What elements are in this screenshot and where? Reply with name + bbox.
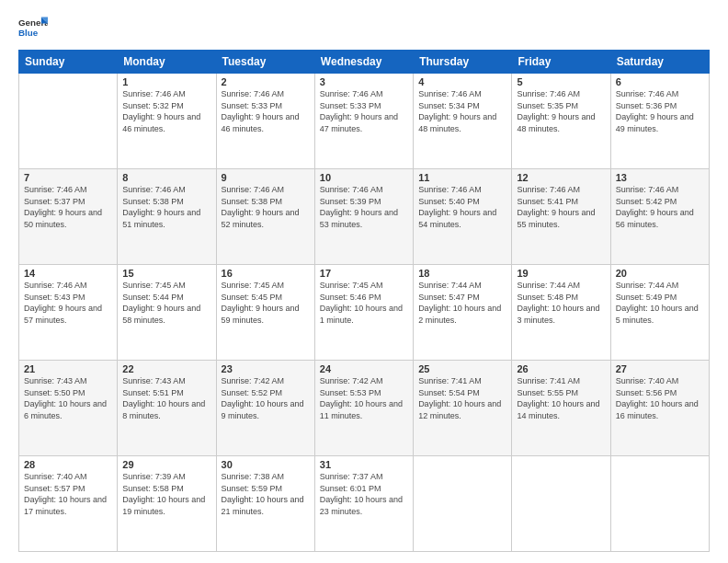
day-number: 12 — [517, 172, 605, 183]
day-number: 19 — [517, 268, 605, 279]
calendar-cell: 14Sunrise: 7:46 AMSunset: 5:43 PMDayligh… — [19, 265, 118, 361]
calendar-week-row: 21Sunrise: 7:43 AMSunset: 5:50 PMDayligh… — [19, 361, 710, 456]
day-number: 4 — [418, 76, 506, 87]
day-info: Sunrise: 7:46 AMSunset: 5:42 PMDaylight:… — [616, 184, 704, 230]
calendar-cell: 28Sunrise: 7:40 AMSunset: 5:57 PMDayligh… — [19, 456, 118, 552]
day-info: Sunrise: 7:41 AMSunset: 5:55 PMDaylight:… — [517, 375, 605, 421]
calendar-cell: 20Sunrise: 7:44 AMSunset: 5:49 PMDayligh… — [610, 265, 709, 361]
calendar-week-row: 28Sunrise: 7:40 AMSunset: 5:57 PMDayligh… — [19, 456, 710, 552]
calendar-page: General Blue SundayMondayTuesdayWednesda… — [0, 0, 728, 563]
day-number: 1 — [122, 76, 210, 87]
day-info: Sunrise: 7:46 AMSunset: 5:35 PMDaylight:… — [517, 88, 605, 134]
weekday-header: Wednesday — [314, 51, 413, 74]
calendar-cell: 23Sunrise: 7:42 AMSunset: 5:52 PMDayligh… — [216, 361, 314, 456]
day-info: Sunrise: 7:43 AMSunset: 5:50 PMDaylight:… — [24, 375, 112, 421]
day-number: 28 — [24, 459, 112, 470]
day-info: Sunrise: 7:46 AMSunset: 5:38 PMDaylight:… — [222, 184, 310, 230]
calendar-cell — [610, 456, 709, 552]
weekday-header: Thursday — [414, 51, 512, 74]
calendar-cell: 30Sunrise: 7:38 AMSunset: 5:59 PMDayligh… — [216, 456, 314, 552]
day-number: 21 — [24, 363, 112, 374]
day-number: 3 — [320, 76, 408, 87]
calendar-cell: 11Sunrise: 7:46 AMSunset: 5:40 PMDayligh… — [414, 169, 512, 265]
day-info: Sunrise: 7:46 AMSunset: 5:33 PMDaylight:… — [222, 88, 310, 134]
day-info: Sunrise: 7:46 AMSunset: 5:41 PMDaylight:… — [517, 184, 605, 230]
day-info: Sunrise: 7:44 AMSunset: 5:47 PMDaylight:… — [418, 280, 506, 326]
day-number: 29 — [122, 459, 210, 470]
svg-text:Blue: Blue — [18, 28, 39, 38]
calendar-cell: 29Sunrise: 7:39 AMSunset: 5:58 PMDayligh… — [118, 456, 216, 552]
calendar-week-row: 1Sunrise: 7:46 AMSunset: 5:32 PMDaylight… — [19, 74, 710, 169]
day-number: 31 — [320, 459, 408, 470]
day-info: Sunrise: 7:46 AMSunset: 5:39 PMDaylight:… — [320, 184, 408, 230]
day-info: Sunrise: 7:46 AMSunset: 5:43 PMDaylight:… — [24, 280, 112, 326]
calendar-cell — [19, 74, 118, 169]
day-info: Sunrise: 7:46 AMSunset: 5:34 PMDaylight:… — [418, 88, 506, 134]
day-number: 17 — [320, 268, 408, 279]
day-number: 6 — [616, 76, 704, 87]
day-info: Sunrise: 7:46 AMSunset: 5:37 PMDaylight:… — [24, 184, 112, 230]
day-info: Sunrise: 7:42 AMSunset: 5:52 PMDaylight:… — [222, 375, 310, 421]
weekday-header: Monday — [118, 51, 216, 74]
calendar-cell: 26Sunrise: 7:41 AMSunset: 5:55 PMDayligh… — [512, 361, 610, 456]
calendar-cell: 2Sunrise: 7:46 AMSunset: 5:33 PMDaylight… — [216, 74, 314, 169]
day-number: 23 — [222, 363, 310, 374]
day-info: Sunrise: 7:42 AMSunset: 5:53 PMDaylight:… — [320, 375, 408, 421]
calendar-cell: 7Sunrise: 7:46 AMSunset: 5:37 PMDaylight… — [19, 169, 118, 265]
day-info: Sunrise: 7:43 AMSunset: 5:51 PMDaylight:… — [122, 375, 210, 421]
day-number: 20 — [616, 268, 704, 279]
calendar-cell: 22Sunrise: 7:43 AMSunset: 5:51 PMDayligh… — [118, 361, 216, 456]
calendar-cell: 10Sunrise: 7:46 AMSunset: 5:39 PMDayligh… — [314, 169, 413, 265]
day-info: Sunrise: 7:44 AMSunset: 5:48 PMDaylight:… — [517, 280, 605, 326]
day-info: Sunrise: 7:40 AMSunset: 5:56 PMDaylight:… — [616, 375, 704, 421]
day-number: 10 — [320, 172, 408, 183]
day-info: Sunrise: 7:39 AMSunset: 5:58 PMDaylight:… — [122, 471, 210, 517]
day-number: 24 — [320, 363, 408, 374]
day-info: Sunrise: 7:46 AMSunset: 5:36 PMDaylight:… — [616, 88, 704, 134]
weekday-header: Friday — [512, 51, 610, 74]
day-info: Sunrise: 7:46 AMSunset: 5:38 PMDaylight:… — [122, 184, 210, 230]
day-number: 26 — [517, 363, 605, 374]
calendar-cell: 31Sunrise: 7:37 AMSunset: 6:01 PMDayligh… — [314, 456, 413, 552]
calendar-cell: 24Sunrise: 7:42 AMSunset: 5:53 PMDayligh… — [314, 361, 413, 456]
day-info: Sunrise: 7:46 AMSunset: 5:33 PMDaylight:… — [320, 88, 408, 134]
calendar-table: SundayMondayTuesdayWednesdayThursdayFrid… — [18, 50, 710, 552]
day-number: 7 — [24, 172, 112, 183]
day-number: 11 — [418, 172, 506, 183]
day-number: 9 — [222, 172, 310, 183]
day-number: 30 — [222, 459, 310, 470]
day-number: 16 — [222, 268, 310, 279]
weekday-header: Tuesday — [216, 51, 314, 74]
calendar-cell — [414, 456, 512, 552]
day-number: 2 — [222, 76, 310, 87]
calendar-cell: 4Sunrise: 7:46 AMSunset: 5:34 PMDaylight… — [414, 74, 512, 169]
calendar-cell — [512, 456, 610, 552]
calendar-cell: 17Sunrise: 7:45 AMSunset: 5:46 PMDayligh… — [314, 265, 413, 361]
calendar-cell: 18Sunrise: 7:44 AMSunset: 5:47 PMDayligh… — [414, 265, 512, 361]
day-info: Sunrise: 7:45 AMSunset: 5:44 PMDaylight:… — [122, 280, 210, 326]
weekday-header: Saturday — [610, 51, 709, 74]
day-number: 5 — [517, 76, 605, 87]
day-info: Sunrise: 7:45 AMSunset: 5:46 PMDaylight:… — [320, 280, 408, 326]
day-number: 25 — [418, 363, 506, 374]
calendar-cell: 6Sunrise: 7:46 AMSunset: 5:36 PMDaylight… — [610, 74, 709, 169]
day-number: 18 — [418, 268, 506, 279]
day-info: Sunrise: 7:37 AMSunset: 6:01 PMDaylight:… — [320, 471, 408, 517]
day-info: Sunrise: 7:46 AMSunset: 5:32 PMDaylight:… — [122, 88, 210, 134]
day-info: Sunrise: 7:46 AMSunset: 5:40 PMDaylight:… — [418, 184, 506, 230]
calendar-cell: 3Sunrise: 7:46 AMSunset: 5:33 PMDaylight… — [314, 74, 413, 169]
day-info: Sunrise: 7:45 AMSunset: 5:45 PMDaylight:… — [222, 280, 310, 326]
calendar-cell: 1Sunrise: 7:46 AMSunset: 5:32 PMDaylight… — [118, 74, 216, 169]
weekday-header: Sunday — [19, 51, 118, 74]
day-number: 13 — [616, 172, 704, 183]
logo-icon: General Blue — [18, 15, 48, 40]
calendar-cell: 27Sunrise: 7:40 AMSunset: 5:56 PMDayligh… — [610, 361, 709, 456]
day-info: Sunrise: 7:41 AMSunset: 5:54 PMDaylight:… — [418, 375, 506, 421]
day-info: Sunrise: 7:40 AMSunset: 5:57 PMDaylight:… — [24, 471, 112, 517]
calendar-cell: 8Sunrise: 7:46 AMSunset: 5:38 PMDaylight… — [118, 169, 216, 265]
calendar-cell: 16Sunrise: 7:45 AMSunset: 5:45 PMDayligh… — [216, 265, 314, 361]
day-number: 14 — [24, 268, 112, 279]
day-info: Sunrise: 7:38 AMSunset: 5:59 PMDaylight:… — [222, 471, 310, 517]
page-header: General Blue — [18, 15, 710, 40]
day-number: 8 — [122, 172, 210, 183]
